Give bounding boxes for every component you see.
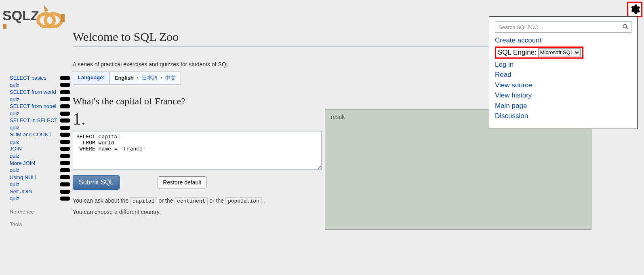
create-account-link[interactable]: Create account (495, 35, 631, 46)
progress-pill (60, 97, 70, 101)
progress-pill (60, 112, 70, 116)
sidebar-item: JOIN (10, 145, 70, 152)
sidebar-item: quiz (10, 181, 70, 188)
sidebar-item: quiz (10, 124, 70, 131)
progress-pill (60, 90, 70, 94)
sidebar-item: SELECT from world (10, 89, 70, 96)
sidebar-link[interactable]: JOIN (10, 145, 22, 152)
sidebar-link[interactable]: SELECT from nobel (10, 103, 56, 110)
progress-pill (60, 83, 70, 87)
login-link[interactable]: Log in (495, 59, 631, 70)
sidebar-item: SUM and COUNT (10, 131, 70, 138)
sidebar-link[interactable]: quiz (10, 124, 19, 131)
progress-pill (60, 104, 70, 108)
progress-pill (60, 76, 70, 80)
sidebar-link[interactable]: SELECT in SELECT (10, 117, 57, 124)
sidebar-item: Using NULL (10, 174, 70, 181)
submit-sql-button[interactable]: Submit SQL (73, 175, 120, 190)
sidebar-item: SELECT from nobel (10, 103, 70, 110)
sidebar-link[interactable]: SELECT from world (10, 89, 56, 96)
sidebar-link[interactable]: quiz (10, 152, 19, 160)
search-input[interactable] (495, 21, 631, 33)
sidebar-item: quiz (10, 110, 70, 117)
progress-pill (60, 118, 70, 123)
sidebar-item: SELECT basics (10, 74, 70, 82)
sidebar-item: SELECT in SELECT (10, 117, 70, 124)
sidebar-reference[interactable]: Reference (10, 209, 70, 215)
code-continent: continent (175, 197, 208, 205)
svg-line-6 (626, 28, 628, 29)
sidebar-item: quiz (10, 152, 70, 160)
view-history-link[interactable]: View history (495, 90, 631, 101)
sidebar-link[interactable]: Self JOIN (10, 188, 32, 195)
sql-engine-select[interactable]: Microsoft SQL (538, 48, 581, 57)
sidebar-link[interactable]: quiz (10, 138, 19, 146)
discussion-link[interactable]: Discussion (495, 111, 631, 121)
sidebar-item: quiz (10, 82, 70, 89)
language-selector: Language: English • 日本語 • 中文 (73, 72, 181, 85)
sidebar-item: quiz (10, 167, 70, 174)
sql-engine-selector: SQL Engine: Microsoft SQL (495, 47, 583, 59)
svg-rect-4 (3, 24, 6, 29)
progress-pill (60, 133, 70, 137)
sidebar-link[interactable]: SUM and COUNT (10, 131, 52, 138)
sidebar-item: Self JOIN (10, 188, 70, 195)
sidebar-item: quiz (10, 96, 70, 103)
progress-pill (60, 126, 70, 130)
language-label[interactable]: Language: (73, 72, 110, 84)
sidebar-item: quiz (10, 138, 70, 146)
gear-icon (629, 4, 640, 15)
sidebar-nav: SELECT basicsquizSELECT from worldquizSE… (10, 74, 70, 227)
question-number: 1. (73, 109, 322, 129)
settings-menu: Create account SQL Engine: Microsoft SQL… (489, 16, 638, 129)
progress-pill (60, 182, 70, 186)
sidebar-item: quiz (10, 195, 70, 202)
sidebar-link[interactable]: quiz (10, 82, 19, 89)
progress-pill (60, 147, 70, 151)
progress-pill (60, 140, 70, 144)
progress-pill (60, 190, 70, 194)
sidebar-link[interactable]: quiz (10, 110, 19, 117)
svg-rect-3 (61, 14, 65, 22)
sidebar-link[interactable]: More JOIN (10, 160, 35, 167)
hint-text: You can ask about the capital or the con… (73, 195, 322, 217)
progress-pill (60, 168, 70, 172)
sidebar-link[interactable]: quiz (10, 181, 19, 188)
svg-point-5 (623, 24, 627, 28)
progress-pill (60, 197, 70, 201)
sql-editor[interactable] (73, 131, 322, 170)
sidebar-link[interactable]: quiz (10, 195, 19, 202)
view-source-link[interactable]: View source (495, 80, 631, 91)
result-label: result (331, 114, 345, 120)
search-icon[interactable] (623, 24, 628, 31)
sql-engine-label: SQL Engine: (498, 49, 537, 57)
read-link[interactable]: Read (495, 70, 631, 80)
restore-default-button[interactable]: Restore default (158, 176, 206, 188)
sidebar-link[interactable]: Using NULL (10, 174, 38, 181)
settings-toggle[interactable] (627, 2, 642, 17)
code-population: population (225, 197, 262, 205)
sidebar-link[interactable]: SELECT basics (10, 74, 46, 82)
sidebar-link[interactable]: quiz (10, 167, 19, 174)
sidebar-link[interactable]: quiz (10, 96, 19, 103)
progress-pill (60, 175, 70, 179)
progress-pill (60, 154, 70, 158)
language-cn[interactable]: 中文 (165, 75, 176, 81)
sidebar-tools[interactable]: Tools (10, 221, 70, 227)
progress-pill (60, 161, 70, 165)
site-logo[interactable]: SQLZ (2, 2, 66, 30)
svg-text:SQLZ: SQLZ (2, 8, 39, 23)
language-current: English (115, 75, 134, 81)
language-jp[interactable]: 日本語 (142, 75, 158, 81)
code-capital: capital (130, 197, 157, 205)
sidebar-item: More JOIN (10, 160, 70, 167)
main-page-link[interactable]: Main page (495, 101, 631, 111)
